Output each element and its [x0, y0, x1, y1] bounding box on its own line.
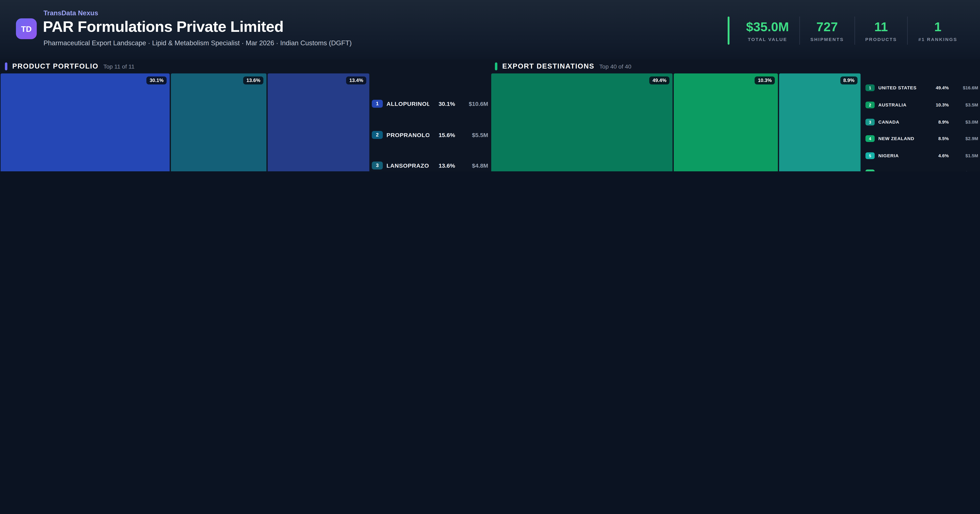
stat-rankings: 1 #1 RANKINGS	[907, 16, 968, 44]
section-accent-bar	[495, 62, 497, 70]
section-accent-bar	[5, 62, 7, 70]
rank-badge: 5	[865, 152, 875, 159]
list-item[interactable]: 5NIGERIA4.6%$1.5M	[865, 152, 978, 159]
item-value: $4.8M	[459, 162, 488, 169]
rank-badge: 2	[865, 102, 875, 108]
stat-label: PRODUCTS	[865, 36, 897, 42]
item-value: $5.5M	[459, 132, 488, 138]
rank-badge: 1	[372, 100, 383, 108]
treemap-tile[interactable]: 30.1%ALLOPURINOL$10.6M	[1, 73, 170, 171]
item-name: PROPRANOLOL	[387, 132, 430, 138]
tile-pct-badge: 13.4%	[346, 76, 366, 84]
rank-badge: 6	[865, 169, 875, 171]
list-item[interactable]: 6UNITED KINGDOM3.3%$1.1M	[865, 169, 978, 171]
stat-label: TOTAL VALUE	[746, 36, 789, 42]
treemap-tile[interactable]: 13.4%PREDNISONE$4.7M	[268, 73, 369, 171]
list-item[interactable]: 2AUSTRALIA10.3%$3.5M	[865, 102, 978, 108]
item-value: $1.1M	[953, 170, 978, 171]
page-subtitle: Pharmaceutical Export Landscape · Lipid …	[43, 39, 352, 46]
tile-pct-badge: 10.3%	[755, 76, 775, 84]
list-item[interactable]: 1ALLOPURINOL30.1%$10.6M	[372, 100, 488, 108]
section-title: PRODUCT PORTFOLIO	[12, 62, 99, 70]
destination-list: 1UNITED STATES49.4%$16.6M2AUSTRALIA10.3%…	[865, 75, 978, 171]
item-name: UNITED STATES	[878, 85, 928, 90]
tile-pct-badge: 30.1%	[146, 76, 167, 84]
stat-products: 11 PRODUCTS	[854, 16, 907, 44]
destination-treemap: 49.4%UNITED STATES$16.6M10.3%AUSTRALIA$3…	[491, 73, 861, 171]
list-item[interactable]: 3LANSOPRAZOLE13.6%$4.8M	[372, 162, 488, 170]
item-name: ALLOPURINOL	[387, 100, 430, 107]
item-pct: 49.4%	[932, 85, 949, 90]
treemap-tile[interactable]: 13.6%LANSOPRAZOLE$4.8M	[171, 73, 266, 171]
item-value: $3.0M	[953, 119, 978, 125]
stats-accent-bar	[728, 16, 730, 44]
item-pct: 8.5%	[932, 136, 949, 141]
header: TD TransData Nexus PAR Formulations Priv…	[0, 0, 980, 59]
section-title: EXPORT DESTINATIONS	[502, 62, 594, 70]
item-value: $10.6M	[459, 100, 488, 107]
item-pct: 3.3%	[932, 170, 949, 171]
treemap-tile[interactable]: 10.3%AUSTRALIA$3.5M	[674, 73, 778, 171]
item-name: AUSTRALIA	[878, 102, 928, 108]
page-title: PAR Formulations Private Limited	[43, 18, 283, 35]
stat-value: 1	[918, 19, 957, 34]
item-name: CANADA	[878, 119, 928, 125]
company-logo: TD	[16, 18, 37, 39]
tile-pct-badge: 8.9%	[840, 76, 858, 84]
product-list: 1ALLOPURINOL30.1%$10.6M2PROPRANOLOL15.6%…	[372, 75, 488, 171]
item-pct: 30.1%	[433, 100, 455, 107]
item-value: $3.5M	[953, 102, 978, 108]
section-subtitle: Top 40 of 40	[599, 63, 631, 70]
section-subtitle: Top 11 of 11	[103, 63, 135, 70]
item-name: UNITED KINGDOM	[878, 170, 928, 171]
rank-badge: 2	[372, 131, 383, 139]
item-pct: 8.9%	[932, 119, 949, 125]
treemap-tile[interactable]: 49.4%UNITED STATES$16.6M	[491, 73, 673, 171]
header-stats: $35.0M TOTAL VALUE 727 SHIPMENTS 11 PROD…	[728, 16, 968, 44]
item-value: $16.6M	[953, 85, 978, 90]
tile-pct-badge: 13.6%	[243, 76, 263, 84]
rank-badge: 3	[865, 119, 875, 125]
item-value: $2.9M	[953, 136, 978, 141]
item-pct: 13.6%	[433, 162, 455, 169]
portfolio-section-header: PRODUCT PORTFOLIO Top 11 of 11	[5, 61, 135, 71]
stat-label: #1 RANKINGS	[918, 36, 957, 42]
stat-total-value: $35.0M TOTAL VALUE	[736, 16, 799, 44]
item-name: NEW ZEALAND	[878, 136, 928, 141]
item-pct: 4.6%	[932, 153, 949, 159]
product-treemap: 30.1%ALLOPURINOL$10.6M15.6%PROPRANOLOL$5…	[1, 73, 369, 171]
item-name: NIGERIA	[878, 153, 928, 159]
rank-badge: 1	[865, 84, 875, 91]
list-item[interactable]: 1UNITED STATES49.4%$16.6M	[865, 84, 978, 91]
item-pct: 10.3%	[932, 102, 949, 108]
list-item[interactable]: 4NEW ZEALAND8.5%$2.9M	[865, 135, 978, 142]
stat-value: 11	[865, 19, 897, 34]
destinations-section-header: EXPORT DESTINATIONS Top 40 of 40	[495, 61, 631, 71]
stat-value: 727	[810, 19, 844, 34]
brand-label: TransData Nexus	[43, 9, 98, 16]
item-value: $1.5M	[953, 153, 978, 159]
list-item[interactable]: 2PROPRANOLOL15.6%$5.5M	[372, 131, 488, 139]
list-item[interactable]: 3CANADA8.9%$3.0M	[865, 119, 978, 125]
rank-badge: 3	[372, 162, 383, 170]
stat-shipments: 727 SHIPMENTS	[799, 16, 854, 44]
item-name: LANSOPRAZOLE	[387, 162, 430, 169]
tile-pct-badge: 49.4%	[649, 76, 670, 84]
stat-label: SHIPMENTS	[810, 36, 844, 42]
item-pct: 15.6%	[433, 132, 455, 138]
rank-badge: 4	[865, 135, 875, 142]
stat-value: $35.0M	[746, 19, 789, 34]
dashboard: TD TransData Nexus PAR Formulations Priv…	[0, 0, 980, 171]
treemap-tile[interactable]: 8.9%CANADA$3.0M	[779, 73, 861, 171]
